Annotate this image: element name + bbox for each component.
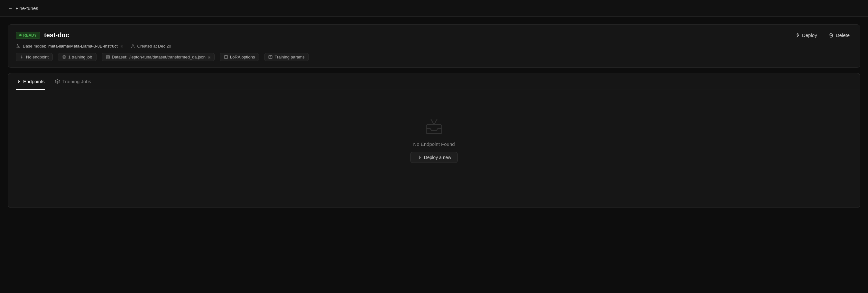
tab-content-endpoints: No Endpoint Found Deploy a new <box>8 90 860 189</box>
svg-rect-8 <box>224 56 228 59</box>
base-model-label: Base model: <box>23 44 46 48</box>
card-tags: No endpoint 1 training job Dataset: /lep… <box>16 53 852 61</box>
svg-point-5 <box>17 47 18 48</box>
params-tag-icon <box>268 55 273 59</box>
svg-point-4 <box>18 46 19 46</box>
delete-label: Delete <box>836 32 850 38</box>
fine-tune-name: test-doc <box>44 32 69 39</box>
back-arrow-icon: ← <box>8 5 13 11</box>
svg-point-6 <box>132 44 133 46</box>
deploy-new-button[interactable]: Deploy a new <box>410 152 458 163</box>
svg-point-3 <box>17 45 18 46</box>
copy-model-icon[interactable]: ⎘ <box>121 44 123 48</box>
layers-tag-icon <box>62 55 66 59</box>
svg-rect-13 <box>426 125 442 134</box>
top-nav: ← Fine-tunes <box>0 0 868 17</box>
lora-options-label: LoRA options <box>230 54 255 60</box>
dataset-label: Dataset: <box>112 54 127 60</box>
deploy-label: Deploy <box>802 32 817 38</box>
deploy-new-label: Deploy a new <box>424 155 452 160</box>
fine-tune-card: READY test-doc Deploy <box>8 25 860 68</box>
card-meta: Base model: meta-llama/Meta-Llama-3-8B-I… <box>16 44 852 48</box>
card-header: READY test-doc Deploy <box>16 31 852 39</box>
training-params-tag[interactable]: Training params <box>264 53 309 61</box>
training-jobs-tab-icon <box>55 79 60 84</box>
settings-tag-icon <box>224 55 228 59</box>
tab-training-jobs[interactable]: Training Jobs <box>55 73 91 90</box>
training-jobs-tab-label: Training Jobs <box>62 79 91 84</box>
status-badge: READY <box>16 32 40 39</box>
endpoints-tab-label: Endpoints <box>23 79 45 84</box>
deploy-new-icon <box>417 155 422 160</box>
deploy-button[interactable]: Deploy <box>792 31 820 39</box>
status-label: READY <box>23 33 37 38</box>
endpoint-tag: No endpoint <box>16 53 53 61</box>
delete-button[interactable]: Delete <box>826 31 852 39</box>
database-tag-icon <box>106 55 110 59</box>
svg-point-7 <box>106 55 110 56</box>
deploy-icon <box>795 33 800 38</box>
copy-dataset-icon[interactable]: ⎘ <box>208 55 210 59</box>
dataset-tag[interactable]: Dataset: /lepton-tuna/dataset/transforme… <box>102 53 215 61</box>
training-params-label: Training params <box>274 54 304 60</box>
tabs-card: Endpoints Training Jobs No Endpoint Foun… <box>8 73 860 208</box>
main-content: READY test-doc Deploy <box>0 17 868 216</box>
back-button[interactable]: ← Fine-tunes <box>8 5 38 11</box>
base-model-meta: Base model: meta-llama/Meta-Llama-3-8B-I… <box>16 44 123 48</box>
base-model-value: meta-llama/Meta-Llama-3-8B-Instruct <box>48 44 117 48</box>
tabs-header: Endpoints Training Jobs <box>8 73 860 90</box>
training-job-label: 1 training job <box>68 54 92 60</box>
rocket-tag-icon <box>20 55 24 59</box>
endpoints-tab-icon <box>16 79 21 84</box>
empty-state-title: No Endpoint Found <box>413 141 455 147</box>
endpoint-tag-label: No endpoint <box>26 54 49 60</box>
empty-inbox-icon <box>424 116 444 136</box>
dataset-value: /lepton-tuna/dataset/transformed_qa.json <box>129 54 206 60</box>
created-at: Created at Dec 20 <box>137 44 172 48</box>
user-icon <box>131 44 135 48</box>
created-at-meta: Created at Dec 20 <box>131 44 172 48</box>
back-label: Fine-tunes <box>16 5 38 11</box>
training-job-tag: 1 training job <box>58 53 96 61</box>
lora-options-tag[interactable]: LoRA options <box>220 53 259 61</box>
card-actions: Deploy Delete <box>792 31 852 39</box>
tab-endpoints[interactable]: Endpoints <box>16 73 45 90</box>
delete-icon <box>829 33 834 38</box>
sliders-icon <box>16 44 21 48</box>
status-dot <box>19 34 22 36</box>
card-title-group: READY test-doc <box>16 32 69 39</box>
